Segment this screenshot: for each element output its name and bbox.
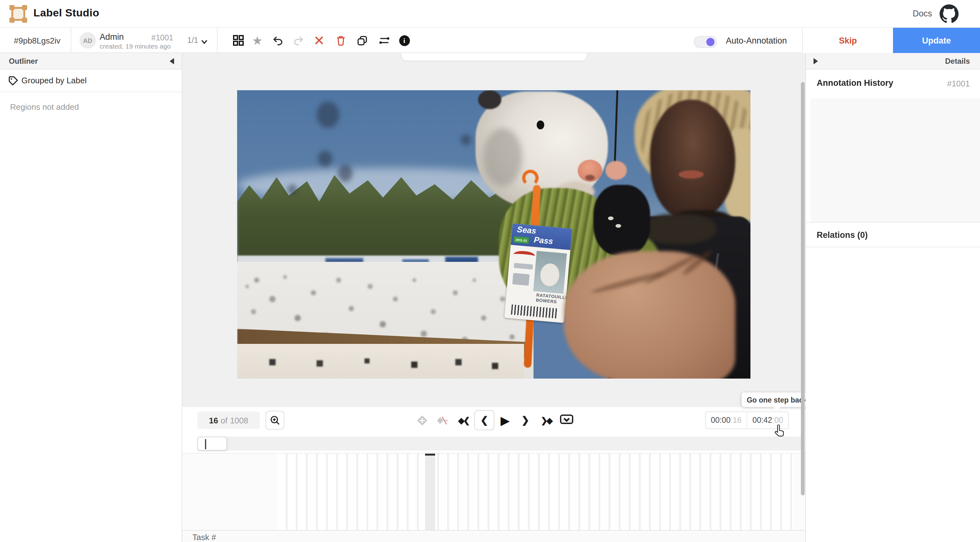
zoom-in-icon[interactable] xyxy=(266,411,285,430)
annotation-pager: 1/1 xyxy=(187,36,198,45)
skip-button[interactable]: Skip xyxy=(802,28,893,53)
lens-spot xyxy=(288,185,297,194)
frame-current: 16 xyxy=(209,416,218,425)
holder-hand xyxy=(593,185,650,255)
badge-text: Pass xyxy=(533,235,554,246)
badge-logo xyxy=(513,250,535,260)
total-time-main: 00:42 xyxy=(752,416,772,425)
video-frame[interactable]: Seas Pass 2011-12 RATATOUILLEBOWERS xyxy=(237,90,751,379)
badge-photo xyxy=(533,251,567,294)
lens-spot xyxy=(338,165,353,182)
annotation-history-row: Annotation History #1001 xyxy=(806,69,980,99)
annotator-name: Admin xyxy=(100,32,124,41)
frame-counter: 16 of 1008 xyxy=(197,411,260,429)
docs-link[interactable]: Docs xyxy=(913,9,932,18)
star-icon[interactable]: ★ xyxy=(248,32,266,49)
badge-photo-opossum xyxy=(539,263,560,287)
grid-view-icon[interactable] xyxy=(229,32,247,49)
grouping-selector[interactable]: Grouped by Label xyxy=(0,69,181,92)
season-pass-badge: Seas Pass 2011-12 RATATOUILLEBOWERS xyxy=(504,223,572,323)
delete-icon[interactable] xyxy=(332,32,349,49)
current-time: 00:00:16 xyxy=(706,412,747,429)
play-icon[interactable]: ▶ xyxy=(496,411,515,430)
annotation-history-empty xyxy=(810,99,980,222)
timeline-minimap[interactable] xyxy=(197,437,802,451)
annotation-history-title: Annotation History xyxy=(817,78,893,88)
opossum-claw xyxy=(608,217,614,220)
badge-logo-small xyxy=(512,273,530,285)
scrollbar[interactable] xyxy=(801,82,805,495)
opossum-claw xyxy=(616,224,621,228)
info-icon[interactable]: i xyxy=(395,32,413,49)
current-time-frames: :16 xyxy=(730,416,741,425)
grouping-label: Grouped by Label xyxy=(21,76,87,85)
chevron-down-icon[interactable] xyxy=(200,37,208,48)
avatar[interactable]: AD xyxy=(80,32,96,49)
opossum-eye xyxy=(537,121,544,129)
total-time-frames: :00 xyxy=(772,416,783,425)
undo-icon[interactable] xyxy=(269,32,286,49)
foreground-hand xyxy=(564,251,735,379)
keyframe-cut-icon[interactable] xyxy=(433,411,452,430)
outliner-title: Outliner xyxy=(9,57,38,65)
lens-spot xyxy=(318,151,332,167)
frame-of: of xyxy=(221,416,228,425)
keyframe-add-icon[interactable] xyxy=(412,411,431,430)
step-forward-icon[interactable]: ❯ xyxy=(516,411,535,430)
relations-icon[interactable] xyxy=(375,32,393,49)
video-building xyxy=(237,344,524,379)
prev-keyframe-icon[interactable]: ◆❮ xyxy=(454,411,473,430)
update-button[interactable]: Update xyxy=(893,28,980,53)
badge-sticker: 2011-12 xyxy=(513,236,529,244)
outliner-header: Outliner xyxy=(0,53,181,69)
logo-handle xyxy=(22,18,27,23)
annotation-id: #1001 xyxy=(151,33,173,42)
chevron-left-glyph: ❮ xyxy=(480,414,488,426)
next-keyframe-icon[interactable]: ❯◆ xyxy=(537,411,555,430)
logo-handle xyxy=(10,18,14,23)
step-back-icon[interactable]: ❮ Go one step back xyxy=(474,410,495,430)
annotation-toolbar: #9pb8Lgs2iv AD Admin #1001 created, 19 m… xyxy=(0,28,980,53)
task-id: #9pb8Lgs2iv xyxy=(14,36,60,45)
current-frame-marker xyxy=(425,454,435,456)
timeline-frames[interactable] xyxy=(182,453,805,530)
details-header: Details xyxy=(806,53,980,69)
logo-handle xyxy=(22,5,27,10)
duplicate-icon[interactable] xyxy=(353,32,371,49)
lens-spot xyxy=(317,102,339,128)
orange-cord-hook xyxy=(522,170,539,186)
expand-right-icon[interactable] xyxy=(813,58,818,64)
person-collar xyxy=(641,214,716,244)
frame-columns[interactable] xyxy=(277,454,793,531)
opossum-ear xyxy=(478,90,501,109)
app-title: Label Studio xyxy=(33,7,99,19)
minimap-position-caret xyxy=(205,439,206,449)
label-studio-logo-icon[interactable] xyxy=(10,5,27,23)
star-glyph: ★ xyxy=(252,34,262,46)
mouse-cursor xyxy=(774,425,786,438)
tag-icon xyxy=(8,75,19,86)
auto-annotation-toggle[interactable] xyxy=(694,36,717,48)
person-face xyxy=(650,100,735,221)
timeline-footer: Task # xyxy=(182,530,805,542)
current-time-main: 00:00 xyxy=(711,416,730,425)
frame-total: 1008 xyxy=(230,416,248,425)
timeline-section: 16 of 1008 ◆❮ ❮ Go one step back ▶ xyxy=(182,407,805,542)
info-glyph: i xyxy=(399,35,410,46)
github-icon[interactable] xyxy=(940,5,959,23)
annotation-history-id: #1001 xyxy=(947,79,970,88)
redo-icon[interactable] xyxy=(290,32,307,49)
auto-annotation-label: Auto-Annotation xyxy=(726,36,787,45)
badge-logo-small xyxy=(514,263,533,269)
regions-empty-note: Regions not added xyxy=(10,102,79,112)
minimap-viewport-handle[interactable] xyxy=(197,437,227,451)
video-windows xyxy=(237,344,239,345)
badge-text: Seas xyxy=(517,225,537,236)
label-studio-app: Label Studio Docs #9pb8Lgs2iv AD Admin #… xyxy=(0,0,980,542)
reject-icon[interactable] xyxy=(310,32,328,49)
relations-title: Relations (0) xyxy=(817,230,868,240)
top-bar: Label Studio Docs xyxy=(0,0,980,28)
timeline-collapse-icon[interactable] xyxy=(560,414,573,424)
collapse-left-icon[interactable] xyxy=(170,58,174,64)
relations-row[interactable]: Relations (0) xyxy=(806,222,980,247)
